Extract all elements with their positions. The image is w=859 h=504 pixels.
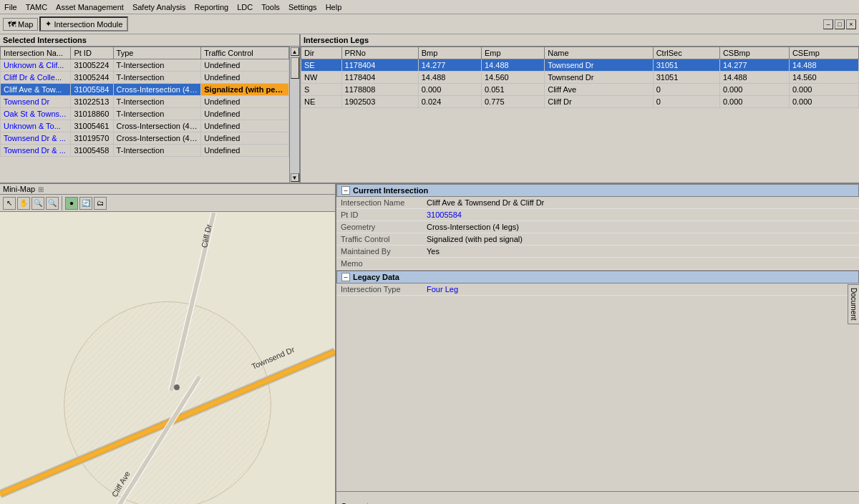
cell-csbmp: 0.000 [719, 96, 789, 108]
current-intersection-section: – Current Intersection Intersection Name… [336, 184, 859, 491]
cell-traffic: Undefined [201, 132, 289, 145]
table-row[interactable]: Cliff Ave & Tow... 31005584 Cross-Inters… [1, 84, 289, 96]
cell-name: Cliff Dr & Colle... [1, 72, 71, 84]
map-tool-refresh[interactable]: 🔄 [79, 197, 92, 210]
cell-type: T-Intersection [113, 145, 201, 157]
cell-type: T-Intersection [113, 108, 201, 120]
cell-emp: 0.051 [481, 84, 544, 96]
geometry-title: Geometry [341, 502, 375, 504]
cell-name: Cliff Ave [545, 84, 653, 96]
menu-tools[interactable]: Tools [257, 1, 284, 13]
cell-ptid: 31022513 [71, 96, 113, 108]
cell-name: Cliff Ave & Tow... [1, 84, 71, 96]
intersection-module-button[interactable]: ✦ Intersection Module [39, 16, 128, 32]
table-row[interactable]: S 1178808 0.000 0.051 Cliff Ave 0 0.000 … [301, 84, 859, 96]
table-row[interactable]: Townsend Dr 31022513 T-Intersection Unde… [1, 96, 289, 108]
map-tool-zoom-out[interactable]: 🔍 [46, 197, 59, 210]
cell-dir: S [301, 84, 342, 96]
selected-intersections-panel: Selected Intersections Intersection Na..… [0, 34, 301, 183]
prop-value: Signalized (with ped signal) [422, 233, 859, 246]
table-row[interactable]: Unknown & To... 31005461 Cross-Intersect… [1, 120, 289, 132]
prop-label: Memo [336, 258, 422, 270]
map-tool-arrow[interactable]: ↖ [3, 197, 16, 210]
table-row[interactable]: NW 1178404 14.488 14.560 Townsend Dr 310… [301, 72, 859, 84]
menu-settings[interactable]: Settings [284, 1, 321, 13]
col-intersection-name: Intersection Na... [1, 47, 71, 59]
menu-help[interactable]: Help [321, 1, 346, 13]
col-dir: Dir [301, 47, 342, 59]
selected-intersections-header: Selected Intersections [0, 34, 299, 47]
mini-map-toolbar: ↖ ✋ 🔍 🔍 ● 🔄 🗂 [0, 195, 335, 212]
main-container: Selected Intersections Intersection Na..… [0, 34, 859, 504]
property-row: Maintained By Yes [336, 246, 859, 258]
prop-value[interactable] [422, 258, 859, 270]
menu-tamc[interactable]: TAMC [21, 1, 52, 13]
cell-traffic: Undefined [201, 59, 289, 72]
document-tab[interactable]: Document [848, 284, 859, 324]
map-button[interactable]: 🗺 Map [3, 18, 38, 31]
legs-table-container: Dir PRNo Bmp Emp Name CtrlSec CSBmp CSEm… [301, 47, 859, 183]
map-tool-layer[interactable]: 🗂 [94, 197, 107, 210]
col-csemp: CSEmp [789, 47, 858, 59]
expand-legacy-btn[interactable]: – [341, 273, 350, 281]
cell-ctrlsec: 0 [653, 84, 719, 96]
map-canvas: Townsend Dr Townsend Dr Cliff Ave Woodla… [0, 212, 335, 504]
prop-label: Maintained By [336, 246, 422, 258]
cell-ptid: 31005584 [71, 84, 113, 96]
cell-ctrlsec: 0 [653, 96, 719, 108]
cell-csemp: 14.560 [789, 72, 858, 84]
table-row[interactable]: SE 1178404 14.277 14.488 Townsend Dr 310… [301, 59, 859, 72]
map-tool-hand[interactable]: ✋ [17, 197, 30, 210]
cell-traffic: Undefined [201, 96, 289, 108]
cell-traffic: Undefined [201, 72, 289, 84]
col-name: Name [545, 47, 653, 59]
table-row[interactable]: Townsend Dr & ... 31005458 T-Intersectio… [1, 145, 289, 157]
prop-value: Four Leg [422, 284, 859, 296]
menu-ldc[interactable]: LDC [233, 1, 257, 13]
cell-dir: SE [301, 59, 342, 72]
scrollbar-thumb[interactable] [291, 57, 299, 79]
cell-name: Townsend Dr & ... [1, 132, 71, 145]
cell-type: Cross-Intersection (4 legs) [113, 84, 201, 96]
legs-table: Dir PRNo Bmp Emp Name CtrlSec CSBmp CSEm… [301, 47, 859, 108]
scroll-up-btn[interactable]: ▲ [291, 47, 299, 56]
map-svg: Townsend Dr Townsend Dr Cliff Ave Woodla… [0, 212, 335, 504]
restore-button[interactable]: □ [835, 19, 845, 29]
table-row[interactable]: Townsend Dr & ... 31019570 Cross-Interse… [1, 132, 289, 145]
cell-type: T-Intersection [113, 59, 201, 72]
cell-bmp: 0.024 [418, 96, 481, 108]
legacy-table: Intersection Type Four Leg [336, 284, 859, 296]
cell-dir: NE [301, 96, 342, 108]
intersection-legs-panel: Intersection Legs Dir PRNo Bmp Emp Name … [301, 34, 859, 183]
cell-emp: 14.560 [481, 72, 544, 84]
cell-type: T-Intersection [113, 72, 201, 84]
table-row[interactable]: Oak St & Towns... 31018860 T-Intersectio… [1, 108, 289, 120]
scroll-down-btn[interactable]: ▼ [291, 173, 299, 182]
map-tool-zoom-in[interactable]: 🔍 [31, 197, 44, 210]
cell-dir: NW [301, 72, 342, 84]
cell-type: Cross-Intersection (4 legs) [113, 132, 201, 145]
cell-ptid: 31005244 [71, 72, 113, 84]
intersections-scrollbar[interactable]: ▲ ▼ [289, 47, 299, 183]
intersections-table: Intersection Na... Pt ID Type Traffic Co… [0, 47, 289, 157]
menu-asset-management[interactable]: Asset Management [52, 1, 128, 13]
property-row: Traffic Control Signalized (with ped sig… [336, 233, 859, 246]
prop-label: Pt ID [336, 209, 422, 221]
map-tool-center[interactable]: ● [65, 197, 78, 210]
geometry-section: Geometry [336, 491, 859, 504]
cell-name: Townsend Dr & ... [1, 145, 71, 157]
table-row[interactable]: Unknown & Clif... 31005224 T-Intersectio… [1, 59, 289, 72]
cell-prno: 1178404 [341, 72, 418, 84]
minimize-button[interactable]: – [823, 19, 833, 29]
expand-current-btn[interactable]: – [341, 186, 350, 195]
cell-name: Oak St & Towns... [1, 108, 71, 120]
toolbar: 🗺 Map ✦ Intersection Module – □ × [0, 14, 859, 34]
table-row[interactable]: Cliff Dr & Colle... 31005244 T-Intersect… [1, 72, 289, 84]
menu-file[interactable]: File [0, 1, 21, 13]
table-row[interactable]: NE 1902503 0.024 0.775 Cliff Dr 0 0.000 … [301, 96, 859, 108]
menu-safety-analysis[interactable]: Safety Analysis [128, 1, 190, 13]
close-button[interactable]: × [846, 19, 856, 29]
menu-reporting[interactable]: Reporting [190, 1, 233, 13]
prop-label: Intersection Name [336, 197, 422, 209]
prop-label: Geometry [336, 221, 422, 233]
